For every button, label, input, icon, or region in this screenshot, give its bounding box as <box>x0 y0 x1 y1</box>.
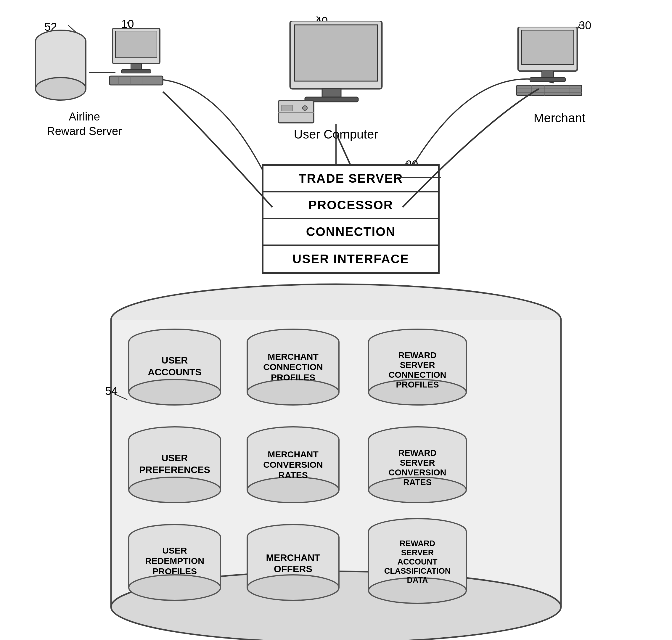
svg-rect-30 <box>322 89 341 97</box>
svg-text:PROFILES: PROFILES <box>271 373 315 382</box>
svg-point-34 <box>303 106 307 111</box>
svg-text:PROFILES: PROFILES <box>396 380 439 389</box>
svg-point-99 <box>129 575 221 600</box>
small-cyl-user-accounts: USER ACCOUNTS <box>127 329 222 411</box>
processor-row: PROCESSOR <box>263 192 438 219</box>
svg-text:MERCHANT: MERCHANT <box>268 449 319 459</box>
small-cyl-merchant-connection-profiles: MERCHANT CONNECTION PROFILES <box>246 329 340 411</box>
svg-text:REWARD: REWARD <box>398 448 437 457</box>
svg-text:CONNECTION: CONNECTION <box>263 362 323 372</box>
airline-reward-server-label: AirlineReward Server <box>32 110 136 139</box>
merchant-label: Merchant <box>527 111 592 125</box>
small-cyl-reward-server-connection-profiles: REWARD SERVER CONNECTION PROFILES <box>367 329 468 411</box>
svg-text:RATES: RATES <box>278 470 308 480</box>
svg-text:MERCHANT: MERCHANT <box>266 552 320 563</box>
svg-point-16 <box>35 77 86 100</box>
small-cyl-user-preferences: USER PREFERENCES <box>127 426 222 509</box>
svg-text:USER: USER <box>162 355 188 366</box>
svg-point-107 <box>247 575 339 600</box>
svg-text:SERVER: SERVER <box>400 458 435 467</box>
svg-text:RATES: RATES <box>403 478 432 487</box>
svg-text:OFFERS: OFFERS <box>274 564 312 574</box>
svg-text:ACCOUNT: ACCOUNT <box>398 557 438 566</box>
small-cyl-merchant-offers: MERCHANT OFFERS <box>246 524 340 607</box>
connection-label: CONNECTION <box>306 225 395 239</box>
trade-server-title: TRADE SERVER <box>299 171 403 186</box>
trade-server-box: TRADE SERVER PROCESSOR CONNECTION USER I… <box>262 164 440 274</box>
svg-rect-37 <box>522 30 574 64</box>
svg-text:REWARD: REWARD <box>398 350 437 360</box>
svg-text:CLASSIFICATION: CLASSIFICATION <box>384 567 451 576</box>
svg-text:USER: USER <box>162 453 188 463</box>
user-computer-label: User Computer <box>290 127 382 142</box>
user-interface-label: USER INTERFACE <box>292 252 409 266</box>
svg-point-82 <box>247 477 339 503</box>
svg-text:USER: USER <box>162 546 187 555</box>
small-cyl-reward-server-conversion-rates: REWARD SERVER CONVERSION RATES <box>367 426 468 509</box>
svg-rect-20 <box>121 70 151 73</box>
airline-reward-db-icon <box>34 30 87 106</box>
processor-label: PROCESSOR <box>308 198 393 212</box>
svg-text:PROFILES: PROFILES <box>152 566 197 576</box>
svg-rect-38 <box>542 71 554 77</box>
svg-point-58 <box>247 379 339 405</box>
svg-text:DATA: DATA <box>407 576 428 585</box>
small-cyl-reward-server-account-classification-data: REWARD SERVER ACCOUNT CLASSIFICATION DAT… <box>367 518 468 613</box>
computer-40-icon <box>272 21 400 127</box>
small-cyl-merchant-conversion-rates: MERCHANT CONVERSION RATES <box>246 426 340 509</box>
svg-text:ACCOUNTS: ACCOUNTS <box>148 367 201 377</box>
svg-rect-40 <box>516 85 582 96</box>
connection-row: CONNECTION <box>263 219 438 246</box>
svg-rect-33 <box>282 105 292 111</box>
small-cyl-user-redemption-profiles: USER REDEMPTION PROFILES <box>127 524 222 607</box>
computer-30-icon <box>515 27 586 104</box>
user-interface-row: USER INTERFACE <box>263 246 438 272</box>
ref-54: 54 <box>105 385 118 397</box>
svg-text:REDEMPTION: REDEMPTION <box>145 556 204 566</box>
svg-rect-39 <box>530 77 566 82</box>
svg-text:CONVERSION: CONVERSION <box>263 460 323 469</box>
svg-point-51 <box>129 379 221 405</box>
svg-text:SERVER: SERVER <box>400 360 435 370</box>
computer-10-icon <box>106 28 166 96</box>
svg-text:CONVERSION: CONVERSION <box>389 468 447 477</box>
svg-rect-21 <box>109 76 163 85</box>
svg-text:PREFERENCES: PREFERENCES <box>139 464 210 475</box>
svg-text:REWARD: REWARD <box>400 539 435 548</box>
diagram-container: 52 10 AirlineReward Server 40 <box>0 0 672 640</box>
svg-text:MERCHANT: MERCHANT <box>268 352 319 361</box>
trade-server-title-row: TRADE SERVER <box>263 166 438 192</box>
svg-text:SERVER: SERVER <box>401 548 434 557</box>
svg-text:CONNECTION: CONNECTION <box>389 370 447 379</box>
svg-rect-29 <box>295 25 377 81</box>
svg-point-75 <box>129 477 221 503</box>
svg-rect-18 <box>115 31 157 58</box>
svg-rect-19 <box>131 64 142 70</box>
svg-rect-32 <box>278 101 314 123</box>
